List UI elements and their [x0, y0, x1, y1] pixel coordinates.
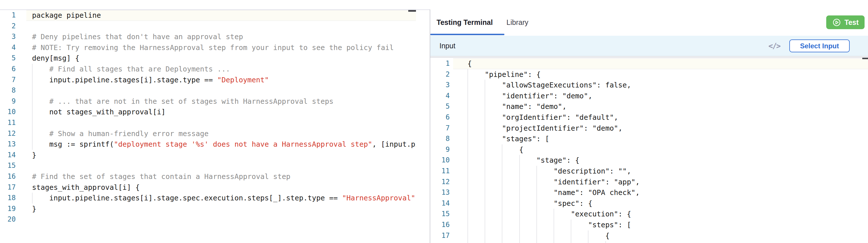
line-number: 8: [430, 134, 453, 144]
code-line[interactable]: 11 "description": "",: [430, 166, 868, 177]
code-text: [26, 161, 416, 171]
code-line[interactable]: 15 "execution": {: [430, 209, 868, 219]
code-line[interactable]: 4# NOTE: Try removing the HarnessApprova…: [0, 42, 416, 53]
indent-guides: [32, 117, 33, 128]
code-text: [26, 21, 416, 32]
code-text: [26, 117, 416, 128]
code-text: "spec": {: [453, 198, 868, 209]
tab-library[interactable]: Library: [506, 18, 528, 27]
code-line[interactable]: 14}: [0, 150, 416, 161]
input-header-bar: Input </> Select Input: [430, 36, 868, 57]
line-number: 1: [0, 10, 26, 21]
code-line[interactable]: 12 "identifier": "app",: [430, 177, 868, 187]
line-number: 10: [430, 155, 453, 166]
code-line[interactable]: 1package pipeline: [0, 10, 416, 21]
code-line[interactable]: 16# Find the set of stages that contain …: [0, 171, 416, 182]
line-number: 2: [0, 21, 26, 32]
code-line[interactable]: 3 "allowStageExecutions": false,: [430, 80, 868, 91]
code-text: "steps": [: [453, 219, 868, 231]
code-line[interactable]: 6 "orgIdentifier": "default",: [430, 112, 868, 123]
code-line[interactable]: 5deny[msg] {: [0, 53, 416, 64]
line-number: 16: [0, 171, 26, 182]
policy-code-editor[interactable]: 1package pipeline23# Deny pipelines that…: [0, 10, 416, 243]
code-line[interactable]: 1{: [430, 58, 868, 69]
code-text: "stage": {: [453, 155, 868, 166]
input-json-editor[interactable]: 1{2 "pipeline": {3 "allowStageExecutions…: [430, 58, 868, 243]
code-text: {: [453, 58, 868, 69]
code-line[interactable]: 7 "projectIdentifier": "demo",: [430, 123, 868, 134]
play-circle-icon: [832, 18, 841, 27]
code-line[interactable]: 16 "steps": [: [430, 219, 868, 231]
select-input-button[interactable]: Select Input: [789, 39, 850, 52]
line-number: 14: [430, 198, 453, 209]
code-line[interactable]: 9 {: [430, 144, 868, 155]
test-button[interactable]: Test: [826, 15, 865, 29]
line-number: 9: [430, 144, 453, 155]
code-line[interactable]: 17 {: [430, 231, 868, 241]
code-text: "pipeline": {: [453, 69, 868, 80]
code-text: }: [26, 150, 416, 161]
code-line[interactable]: 7 input.pipeline.stages[i].stage.type ==…: [0, 75, 416, 85]
code-view-icon[interactable]: </>: [769, 42, 780, 50]
code-line[interactable]: 13 msg := sprintf("deployment stage '%s'…: [0, 139, 416, 150]
code-line[interactable]: 18 "step": {: [430, 241, 868, 243]
line-number: 3: [430, 80, 453, 91]
code-text: # ... that are not in the set of stages …: [26, 96, 416, 107]
code-text: }: [26, 204, 416, 214]
code-line[interactable]: 5 "name": "demo",: [430, 101, 868, 112]
line-number: 6: [0, 64, 26, 75]
code-line[interactable]: 10 "stage": {: [430, 155, 868, 166]
line-number: 11: [0, 117, 26, 128]
test-button-label: Test: [844, 18, 859, 27]
line-number: 11: [430, 166, 453, 177]
line-number: 13: [0, 139, 26, 150]
code-text: "orgIdentifier": "default",: [453, 112, 868, 123]
policy-studio-page: { "colors": { "accent_blue": "#2e6bd1", …: [0, 0, 868, 243]
code-line[interactable]: 3# Deny pipelines that don't have an app…: [0, 31, 416, 42]
code-text: deny[msg] {: [26, 53, 416, 64]
code-line[interactable]: 15: [0, 161, 416, 171]
line-number: 12: [430, 177, 453, 187]
code-line[interactable]: 18 input.pipeline.stages[i].stage.spec.e…: [0, 193, 416, 204]
code-line[interactable]: 13 "name": "OPA check",: [430, 187, 868, 198]
line-number: 17: [430, 231, 453, 241]
code-line[interactable]: 11: [0, 117, 416, 128]
code-line[interactable]: 2 "pipeline": {: [430, 69, 868, 80]
code-line[interactable]: 9 # ... that are not in the set of stage…: [0, 96, 416, 107]
code-text: "identifier": "app",: [453, 177, 868, 187]
code-line[interactable]: 12 # Show a human-friendly error message: [0, 128, 416, 139]
line-number: 15: [430, 209, 453, 219]
editor-collapse-dash-icon[interactable]: [862, 57, 868, 59]
line-number: 5: [430, 101, 453, 112]
line-number: 7: [0, 75, 26, 85]
indent-guides: [32, 85, 33, 96]
editor-collapse-dash-icon[interactable]: [408, 10, 416, 12]
code-text: not stages_with_approval[i]: [26, 107, 416, 117]
line-number: 6: [430, 112, 453, 123]
code-line[interactable]: 4 "identifier": "demo",: [430, 91, 868, 102]
code-line[interactable]: 14 "spec": {: [430, 198, 868, 209]
line-number: 4: [430, 91, 453, 102]
code-line[interactable]: 20: [0, 214, 416, 225]
tab-testing-terminal[interactable]: Testing Terminal: [437, 18, 493, 27]
line-number: 18: [0, 193, 26, 204]
code-text: package pipeline: [26, 10, 416, 21]
code-line[interactable]: 19}: [0, 204, 416, 214]
code-text: "stages": [: [453, 134, 868, 144]
code-text: "description": "",: [453, 166, 868, 177]
code-text: # Deny pipelines that don't have an appr…: [26, 31, 416, 42]
code-line[interactable]: 8 "stages": [: [430, 134, 868, 144]
code-line[interactable]: 2: [0, 21, 416, 32]
code-text: "name": "demo",: [453, 101, 868, 112]
code-text: msg := sprintf("deployment stage '%s' do…: [26, 139, 416, 150]
top-toolbar-strip: [0, 0, 868, 10]
code-text: input.pipeline.stages[i].stage.type == "…: [26, 75, 416, 85]
code-line[interactable]: 17stages_with_approval[i] {: [0, 182, 416, 193]
code-line[interactable]: 10 not stages_with_approval[i]: [0, 107, 416, 117]
code-line[interactable]: 6 # Find all stages that are Deployments…: [0, 64, 416, 75]
line-number: 18: [430, 241, 453, 243]
code-line[interactable]: 8: [0, 85, 416, 96]
line-number: 1: [430, 58, 453, 69]
code-text: # Show a human-friendly error message: [26, 128, 416, 139]
testing-terminal-panel: Testing Terminal Library Test Input </> …: [430, 9, 868, 243]
